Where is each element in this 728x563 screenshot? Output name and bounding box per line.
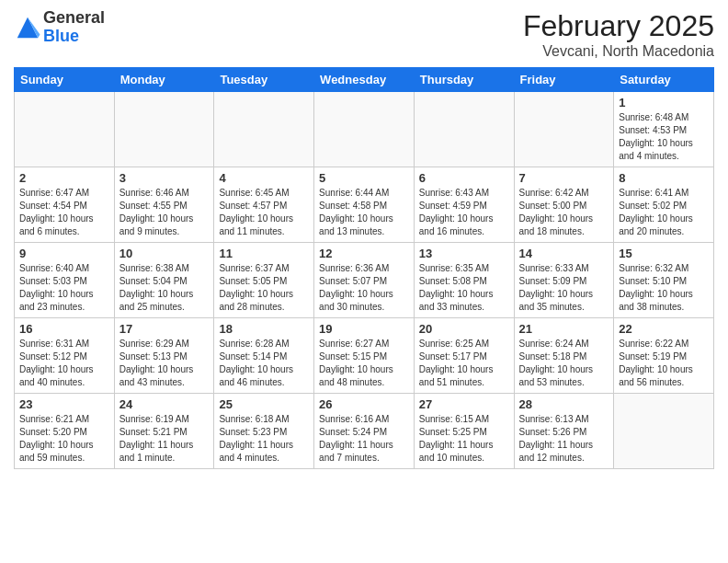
day-info: Sunrise: 6:48 AM Sunset: 4:53 PM Dayligh… (619, 111, 709, 163)
day-info: Sunrise: 6:35 AM Sunset: 5:08 PM Dayligh… (419, 262, 509, 314)
day-number: 8 (619, 171, 709, 185)
day-cell-2-0: 9Sunrise: 6:40 AM Sunset: 5:03 PM Daylig… (15, 243, 115, 318)
day-cell-2-3: 12Sunrise: 6:36 AM Sunset: 5:07 PM Dayli… (314, 243, 415, 318)
day-info: Sunrise: 6:41 AM Sunset: 5:02 PM Dayligh… (619, 187, 709, 238)
day-number: 2 (19, 171, 109, 185)
day-cell-4-5: 28Sunrise: 6:13 AM Sunset: 5:26 PM Dayli… (514, 394, 614, 469)
day-number: 12 (319, 247, 409, 260)
day-cell-0-2 (214, 92, 314, 167)
day-number: 10 (119, 247, 210, 260)
day-cell-3-1: 17Sunrise: 6:29 AM Sunset: 5:13 PM Dayli… (114, 318, 214, 394)
day-info: Sunrise: 6:25 AM Sunset: 5:17 PM Dayligh… (419, 338, 509, 389)
day-info: Sunrise: 6:18 AM Sunset: 5:23 PM Dayligh… (219, 413, 309, 465)
day-cell-3-6: 22Sunrise: 6:22 AM Sunset: 5:19 PM Dayli… (614, 318, 714, 394)
day-number: 18 (219, 322, 309, 336)
day-number: 13 (419, 247, 509, 260)
day-cell-1-1: 3Sunrise: 6:46 AM Sunset: 4:55 PM Daylig… (114, 167, 214, 243)
day-number: 16 (19, 322, 109, 336)
day-cell-0-3 (314, 92, 415, 167)
day-number: 21 (519, 322, 609, 336)
day-info: Sunrise: 6:47 AM Sunset: 4:54 PM Dayligh… (19, 187, 109, 238)
day-cell-2-5: 14Sunrise: 6:33 AM Sunset: 5:09 PM Dayli… (514, 243, 614, 318)
day-info: Sunrise: 6:31 AM Sunset: 5:12 PM Dayligh… (19, 338, 109, 389)
calendar-subtitle: Vevcani, North Macedonia (523, 43, 714, 60)
day-cell-4-2: 25Sunrise: 6:18 AM Sunset: 5:23 PM Dayli… (214, 394, 314, 469)
day-number: 15 (619, 247, 709, 260)
day-cell-0-0 (15, 92, 115, 167)
day-info: Sunrise: 6:32 AM Sunset: 5:10 PM Dayligh… (619, 262, 709, 314)
day-cell-0-4 (414, 92, 514, 167)
day-info: Sunrise: 6:13 AM Sunset: 5:26 PM Dayligh… (519, 413, 609, 465)
day-cell-1-0: 2Sunrise: 6:47 AM Sunset: 4:54 PM Daylig… (15, 167, 115, 243)
day-info: Sunrise: 6:45 AM Sunset: 4:57 PM Dayligh… (219, 187, 309, 238)
day-cell-3-2: 18Sunrise: 6:28 AM Sunset: 5:14 PM Dayli… (214, 318, 314, 394)
day-number: 14 (519, 247, 609, 260)
day-info: Sunrise: 6:43 AM Sunset: 4:59 PM Dayligh… (419, 187, 509, 238)
day-cell-2-1: 10Sunrise: 6:38 AM Sunset: 5:04 PM Dayli… (114, 243, 214, 318)
weekday-header-row: Sunday Monday Tuesday Wednesday Thursday… (15, 68, 714, 92)
week-row-0: 1Sunrise: 6:48 AM Sunset: 4:53 PM Daylig… (15, 92, 714, 167)
day-cell-1-3: 5Sunrise: 6:44 AM Sunset: 4:58 PM Daylig… (314, 167, 415, 243)
day-cell-4-0: 23Sunrise: 6:21 AM Sunset: 5:20 PM Dayli… (15, 394, 115, 469)
header-monday: Monday (114, 68, 214, 92)
day-cell-2-6: 15Sunrise: 6:32 AM Sunset: 5:10 PM Dayli… (614, 243, 714, 318)
header-tuesday: Tuesday (214, 68, 314, 92)
day-info: Sunrise: 6:38 AM Sunset: 5:04 PM Dayligh… (119, 262, 210, 314)
calendar-table: Sunday Monday Tuesday Wednesday Thursday… (14, 67, 714, 469)
day-info: Sunrise: 6:27 AM Sunset: 5:15 PM Dayligh… (319, 338, 409, 389)
day-info: Sunrise: 6:36 AM Sunset: 5:07 PM Dayligh… (319, 262, 409, 314)
logo: General Blue (14, 9, 105, 46)
header-friday: Friday (514, 68, 614, 92)
day-number: 9 (19, 247, 109, 260)
day-number: 1 (619, 96, 709, 109)
day-cell-3-0: 16Sunrise: 6:31 AM Sunset: 5:12 PM Dayli… (15, 318, 115, 394)
day-info: Sunrise: 6:22 AM Sunset: 5:19 PM Dayligh… (619, 338, 709, 389)
day-cell-1-4: 6Sunrise: 6:43 AM Sunset: 4:59 PM Daylig… (414, 167, 514, 243)
day-cell-4-1: 24Sunrise: 6:19 AM Sunset: 5:21 PM Dayli… (114, 394, 214, 469)
header-thursday: Thursday (414, 68, 514, 92)
day-info: Sunrise: 6:24 AM Sunset: 5:18 PM Dayligh… (519, 338, 609, 389)
day-number: 3 (119, 171, 210, 185)
day-number: 24 (119, 397, 210, 411)
day-info: Sunrise: 6:33 AM Sunset: 5:09 PM Dayligh… (519, 262, 609, 314)
week-row-4: 23Sunrise: 6:21 AM Sunset: 5:20 PM Dayli… (15, 394, 714, 469)
week-row-3: 16Sunrise: 6:31 AM Sunset: 5:12 PM Dayli… (15, 318, 714, 394)
day-cell-4-6 (614, 394, 714, 469)
day-cell-3-4: 20Sunrise: 6:25 AM Sunset: 5:17 PM Dayli… (414, 318, 514, 394)
logo-general: General (43, 9, 105, 28)
day-info: Sunrise: 6:28 AM Sunset: 5:14 PM Dayligh… (219, 338, 309, 389)
day-number: 22 (619, 322, 709, 336)
day-number: 7 (519, 171, 609, 185)
day-info: Sunrise: 6:42 AM Sunset: 5:00 PM Dayligh… (519, 187, 609, 238)
week-row-1: 2Sunrise: 6:47 AM Sunset: 4:54 PM Daylig… (15, 167, 714, 243)
day-info: Sunrise: 6:16 AM Sunset: 5:24 PM Dayligh… (319, 413, 409, 465)
header-saturday: Saturday (614, 68, 714, 92)
day-cell-3-3: 19Sunrise: 6:27 AM Sunset: 5:15 PM Dayli… (314, 318, 415, 394)
day-info: Sunrise: 6:40 AM Sunset: 5:03 PM Dayligh… (19, 262, 109, 314)
day-cell-3-5: 21Sunrise: 6:24 AM Sunset: 5:18 PM Dayli… (514, 318, 614, 394)
day-number: 17 (119, 322, 210, 336)
day-info: Sunrise: 6:37 AM Sunset: 5:05 PM Dayligh… (219, 262, 309, 314)
logo-text: General Blue (43, 9, 105, 46)
header-wednesday: Wednesday (314, 68, 415, 92)
day-cell-1-6: 8Sunrise: 6:41 AM Sunset: 5:02 PM Daylig… (614, 167, 714, 243)
day-cell-1-2: 4Sunrise: 6:45 AM Sunset: 4:57 PM Daylig… (214, 167, 314, 243)
week-row-2: 9Sunrise: 6:40 AM Sunset: 5:03 PM Daylig… (15, 243, 714, 318)
day-number: 27 (419, 397, 509, 411)
logo-icon (14, 14, 41, 41)
day-number: 23 (19, 397, 109, 411)
day-number: 26 (319, 397, 409, 411)
calendar-title: February 2025 (523, 9, 714, 43)
day-cell-4-4: 27Sunrise: 6:15 AM Sunset: 5:25 PM Dayli… (414, 394, 514, 469)
day-cell-0-6: 1Sunrise: 6:48 AM Sunset: 4:53 PM Daylig… (614, 92, 714, 167)
day-number: 5 (319, 171, 409, 185)
day-cell-0-5 (514, 92, 614, 167)
header: General Blue February 2025 Vevcani, Nort… (14, 9, 714, 60)
logo-blue: Blue (43, 28, 105, 46)
day-number: 25 (219, 397, 309, 411)
day-info: Sunrise: 6:21 AM Sunset: 5:20 PM Dayligh… (19, 413, 109, 465)
header-sunday: Sunday (15, 68, 115, 92)
day-info: Sunrise: 6:19 AM Sunset: 5:21 PM Dayligh… (119, 413, 210, 465)
day-info: Sunrise: 6:46 AM Sunset: 4:55 PM Dayligh… (119, 187, 210, 238)
day-number: 4 (219, 171, 309, 185)
